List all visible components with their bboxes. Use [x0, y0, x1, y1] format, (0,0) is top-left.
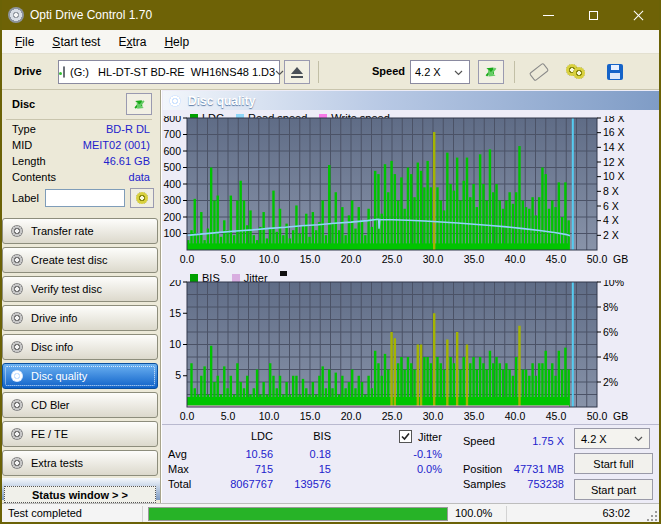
- menu-extra[interactable]: Extra: [109, 32, 155, 52]
- svg-text:0.0: 0.0: [180, 410, 195, 422]
- page-title: Disc quality: [188, 94, 255, 108]
- start-part-button[interactable]: Start part: [574, 479, 653, 500]
- disc-mid-row: MID MEIT02 (001): [12, 139, 150, 151]
- sidebar-item-disc-quality[interactable]: Disc quality: [2, 363, 158, 389]
- drive-select[interactable]: (G:) HL-DT-ST BD-RE WH16NS48 1.D3: [58, 60, 280, 84]
- menu-help[interactable]: Help: [155, 32, 198, 52]
- svg-text:6 X: 6 X: [603, 200, 619, 212]
- svg-text:30.0: 30.0: [423, 253, 444, 265]
- sidebar-item-label: FE / TE: [31, 428, 68, 440]
- cd-icon: [11, 283, 23, 295]
- samples-row-value: 753238: [492, 478, 564, 490]
- resize-grip[interactable]: [646, 510, 658, 522]
- svg-text:4 X: 4 X: [603, 214, 619, 226]
- erase-disc-button[interactable]: [524, 60, 554, 84]
- svg-text:100: 100: [163, 227, 181, 239]
- svg-text:35.0: 35.0: [464, 253, 485, 265]
- speed-row-label: Speed: [463, 435, 495, 447]
- svg-text:15.0: 15.0: [300, 410, 321, 422]
- svg-text:10.0: 10.0: [259, 410, 280, 422]
- menu-file[interactable]: File: [6, 32, 43, 52]
- ldc-column-header: LDC: [201, 430, 273, 442]
- disc-contents-label: Contents: [12, 171, 56, 183]
- bis-column-header: BIS: [279, 430, 331, 442]
- refresh-disc-button[interactable]: [126, 93, 152, 115]
- cd-icon: [136, 192, 148, 204]
- cd-icon: [11, 457, 23, 469]
- speed-select[interactable]: 4.2 X: [410, 60, 470, 84]
- svg-text:600: 600: [163, 145, 181, 157]
- sidebar-item-drive-info[interactable]: Drive info: [2, 305, 158, 331]
- disc-type-value: BD-R DL: [106, 123, 150, 135]
- cd-icon: [11, 399, 23, 411]
- svg-text:4%: 4%: [603, 351, 618, 363]
- sidebar-item-verify-test-disc[interactable]: Verify test disc: [2, 276, 158, 302]
- svg-text:6%: 6%: [603, 326, 618, 338]
- test-speed-select[interactable]: 4.2 X: [574, 428, 650, 449]
- drive-icon: [63, 66, 65, 78]
- disc-group-title: Disc: [12, 98, 35, 110]
- sidebar-item-disc-info[interactable]: Disc info: [2, 334, 158, 360]
- batch-test-button[interactable]: [562, 60, 592, 84]
- divider: [6, 119, 152, 120]
- disc-label-label: Label: [12, 192, 39, 204]
- svg-text:20.0: 20.0: [341, 410, 362, 422]
- svg-text:18 X: 18 X: [603, 116, 625, 124]
- sidebar-item-label: Drive info: [31, 312, 77, 324]
- sidebar-item-create-test-disc[interactable]: Create test disc: [2, 247, 158, 273]
- check-icon: [400, 431, 411, 442]
- write-label-button[interactable]: [130, 188, 154, 208]
- svg-text:10.0: 10.0: [259, 253, 280, 265]
- maximize-button[interactable]: [571, 0, 616, 30]
- svg-text:20: 20: [169, 280, 181, 288]
- svg-text:5.0: 5.0: [221, 253, 236, 265]
- svg-text:35.0: 35.0: [464, 410, 485, 422]
- svg-text:2%: 2%: [603, 376, 618, 388]
- svg-text:50.0: 50.0: [587, 253, 608, 265]
- label-input[interactable]: [45, 189, 125, 207]
- cd-icon: [169, 95, 181, 107]
- content-panel: Disc quality LDC Read speed Write speed …: [161, 90, 661, 503]
- eject-icon: [291, 67, 303, 78]
- svg-text:300: 300: [163, 194, 181, 206]
- svg-text:50.0: 50.0: [587, 410, 608, 422]
- svg-text:16 X: 16 X: [603, 126, 625, 138]
- status-text: Test completed: [8, 507, 82, 519]
- svg-text:12 X: 12 X: [603, 156, 625, 168]
- max-jitter-value: 0.0%: [382, 463, 442, 475]
- sidebar-item-transfer-rate[interactable]: Transfer rate: [2, 218, 158, 244]
- start-full-button[interactable]: Start full: [574, 453, 653, 474]
- total-ldc-value: 8067767: [201, 478, 273, 490]
- sidebar: Disc Type BD-R DL MID MEIT02 (001) Lengt…: [0, 90, 161, 503]
- stats-panel: LDC BIS Jitter Avg 10.56 0.18 -0.1% Max …: [162, 424, 660, 503]
- refresh-speed-button[interactable]: [478, 60, 504, 84]
- sidebar-item-extra-tests[interactable]: Extra tests: [2, 450, 158, 476]
- disc-contents-value[interactable]: data: [129, 171, 150, 183]
- close-icon: [633, 10, 644, 21]
- svg-text:GB: GB: [613, 410, 628, 422]
- eraser-icon: [529, 63, 549, 82]
- toolbar: Drive (G:) HL-DT-ST BD-RE WH16NS48 1.D3 …: [0, 54, 661, 90]
- save-button[interactable]: [600, 60, 630, 84]
- svg-text:800: 800: [163, 116, 181, 124]
- sidebar-item-fe-te[interactable]: FE / TE: [2, 421, 158, 447]
- cd-icon: [11, 428, 23, 440]
- minimize-button[interactable]: [526, 0, 571, 30]
- sidebar-item-cd-bler[interactable]: CD Bler: [2, 392, 158, 418]
- menu-start-test[interactable]: Start test: [43, 32, 109, 52]
- toolbar-separator: [514, 61, 515, 83]
- eject-button[interactable]: [284, 60, 310, 84]
- sidebar-item-label: Disc info: [31, 341, 73, 353]
- disc-length-label: Length: [12, 155, 46, 167]
- svg-text:40.0: 40.0: [505, 410, 526, 422]
- sidebar-item-label: Create test disc: [31, 254, 107, 266]
- cd-icon: [11, 225, 23, 237]
- svg-text:5.0: 5.0: [221, 410, 236, 422]
- speed-label: Speed: [372, 65, 405, 77]
- svg-text:10 X: 10 X: [603, 170, 625, 182]
- svg-text:30.0: 30.0: [423, 410, 444, 422]
- titlebar: Opti Drive Control 1.70: [0, 0, 661, 30]
- jitter-checkbox[interactable]: [399, 430, 412, 443]
- close-button[interactable]: [616, 0, 661, 30]
- status-window-button[interactable]: Status window > >: [4, 486, 156, 503]
